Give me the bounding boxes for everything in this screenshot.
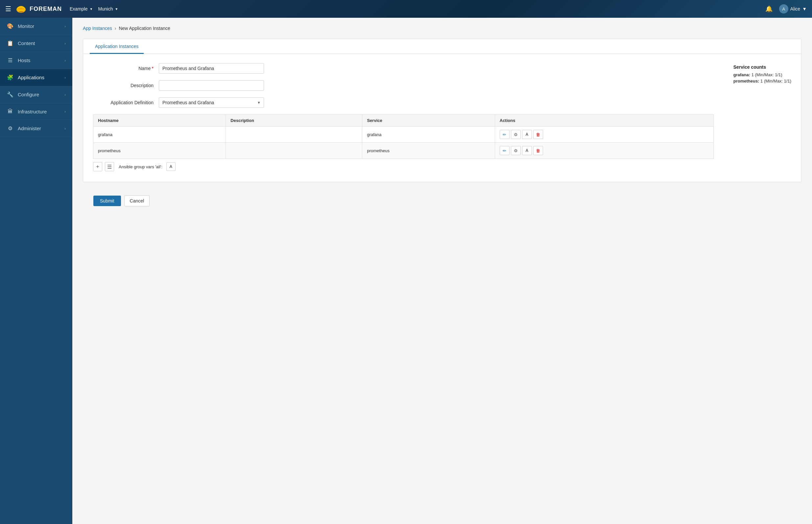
administer-icon: ⚙	[6, 125, 14, 131]
breadcrumb: App Instances › New Application Instance	[83, 26, 801, 31]
col-actions: Actions	[495, 115, 713, 127]
app-title: FOREMAN	[30, 5, 62, 13]
ansible-prometheus-button[interactable]: A	[522, 146, 532, 155]
administer-chevron-icon: ›	[64, 127, 66, 131]
main-content: App Instances › New Application Instance…	[72, 18, 812, 524]
service-counts: Service counts grafana: 1 (Min/Max: 1/1)…	[733, 63, 791, 85]
location-chevron-icon: ▼	[115, 7, 118, 11]
notifications-bell-icon[interactable]: 🔔	[765, 5, 773, 13]
name-required: *	[152, 66, 153, 71]
top-navigation: ☰ FOREMAN Example ▼ Munich ▼ 🔔 A Alice ▼	[0, 0, 812, 18]
row-hostname-prometheus: prometheus	[93, 143, 226, 159]
logo-icon	[15, 3, 27, 15]
description-label: Description	[93, 83, 159, 88]
row-hostname-grafana: grafana	[93, 127, 226, 143]
description-row: Description	[93, 80, 714, 91]
user-menu[interactable]: A Alice ▼	[779, 4, 807, 14]
main-layout: 🎨 Monitor › 📋 Content › ☰ Hosts › 🧩 Appl…	[0, 18, 812, 524]
sidebar-item-configure[interactable]: 🔧 Configure ›	[0, 86, 72, 103]
name-input[interactable]	[159, 63, 264, 73]
add-row-button[interactable]: +	[93, 162, 102, 171]
sidebar-item-applications[interactable]: 🧩 Applications ›	[0, 69, 72, 86]
org-name: Example	[70, 6, 87, 12]
ansible-group-vars-a-button[interactable]: A	[166, 162, 176, 171]
user-chevron-icon: ▼	[802, 6, 807, 12]
avatar: A	[779, 4, 788, 14]
edit-grafana-button[interactable]: ✏	[500, 130, 510, 139]
sidebar-item-label: Content	[18, 40, 64, 46]
form-body: Name* Description	[83, 54, 801, 182]
ansible-grafana-button[interactable]: A	[522, 130, 532, 139]
col-description: Description	[226, 115, 362, 127]
user-name: Alice	[790, 6, 800, 12]
description-label-text: Description	[131, 83, 153, 88]
table-container: Hostname Description Service Actions gra…	[93, 114, 714, 173]
app-definition-select-wrap: Prometheus and Grafana ▼	[159, 97, 264, 108]
col-service: Service	[362, 115, 495, 127]
org-selector[interactable]: Example ▼	[70, 6, 93, 12]
monitor-chevron-icon: ›	[64, 24, 66, 28]
name-label-text: Name	[138, 66, 151, 71]
description-input[interactable]	[159, 80, 264, 91]
location-name: Munich	[98, 6, 113, 12]
sidebar-item-hosts[interactable]: ☰ Hosts ›	[0, 52, 72, 69]
svg-rect-2	[19, 11, 23, 13]
row-description-grafana	[226, 127, 362, 143]
breadcrumb-separator: ›	[115, 26, 116, 31]
settings-prometheus-button[interactable]: ⚙	[511, 146, 521, 155]
hosts-icon: ☰	[6, 57, 14, 63]
grafana-count: 1 (Min/Max: 1/1)	[751, 72, 782, 77]
sidebar-item-monitor[interactable]: 🎨 Monitor ›	[0, 18, 72, 35]
ansible-group-vars-label: Ansible group vars 'all':	[119, 164, 162, 169]
applications-chevron-icon: ›	[64, 76, 66, 80]
service-counts-title: Service counts	[733, 64, 791, 70]
location-selector[interactable]: Munich ▼	[98, 6, 118, 12]
tab-application-instances[interactable]: Application Instances	[90, 39, 144, 54]
sidebar-item-label: Applications	[18, 75, 64, 80]
form-left: Name* Description	[93, 63, 714, 173]
row-description-prometheus	[226, 143, 362, 159]
breadcrumb-current: New Application Instance	[119, 26, 170, 31]
instances-table: Hostname Description Service Actions gra…	[93, 114, 714, 159]
main-card: Application Instances Name*	[83, 39, 801, 182]
breadcrumb-link[interactable]: App Instances	[83, 26, 112, 31]
configure-chevron-icon: ›	[64, 93, 66, 97]
table-actions-row: + ☰ Ansible group vars 'all': A	[93, 159, 714, 173]
content-icon: 📋	[6, 40, 14, 46]
sidebar-item-content[interactable]: 📋 Content ›	[0, 35, 72, 52]
sidebar-item-administer[interactable]: ⚙ Administer ›	[0, 120, 72, 137]
action-btn-group: ✏ ⚙ A 🗑	[500, 146, 709, 155]
applications-icon: 🧩	[6, 74, 14, 81]
content-chevron-icon: ›	[64, 42, 66, 45]
action-btn-group: ✏ ⚙ A 🗑	[500, 130, 709, 139]
app-definition-select[interactable]: Prometheus and Grafana	[159, 97, 264, 108]
service-count-grafana: grafana: 1 (Min/Max: 1/1)	[733, 72, 791, 77]
org-chevron-icon: ▼	[89, 7, 93, 11]
col-hostname: Hostname	[93, 115, 226, 127]
hosts-chevron-icon: ›	[64, 59, 66, 63]
delete-prometheus-button[interactable]: 🗑	[533, 146, 543, 155]
bottom-toolbar: Submit Cancel	[83, 190, 801, 212]
row-actions-prometheus: ✏ ⚙ A 🗑	[495, 143, 713, 159]
table-header: Hostname Description Service Actions	[93, 115, 714, 127]
sidebar-item-infrastructure[interactable]: 🏛 Infrastructure ›	[0, 103, 72, 120]
row-service-prometheus: prometheus	[362, 143, 495, 159]
list-button[interactable]: ☰	[105, 162, 114, 171]
cancel-button[interactable]: Cancel	[124, 195, 150, 207]
monitor-icon: 🎨	[6, 23, 14, 29]
infrastructure-icon: 🏛	[6, 109, 14, 114]
infrastructure-chevron-icon: ›	[64, 110, 66, 113]
submit-button[interactable]: Submit	[93, 196, 121, 206]
delete-grafana-button[interactable]: 🗑	[533, 130, 543, 139]
settings-grafana-button[interactable]: ⚙	[511, 130, 521, 139]
table-row: grafana grafana ✏ ⚙ A	[93, 127, 714, 143]
prometheus-count: 1 (Min/Max: 1/1)	[760, 79, 791, 83]
sidebar: 🎨 Monitor › 📋 Content › ☰ Hosts › 🧩 Appl…	[0, 18, 72, 524]
edit-prometheus-button[interactable]: ✏	[500, 146, 510, 155]
tabs-bar: Application Instances	[83, 39, 801, 54]
sidebar-item-label: Infrastructure	[18, 109, 64, 114]
table-row: prometheus prometheus ✏ ⚙ A	[93, 143, 714, 159]
configure-icon: 🔧	[6, 92, 14, 98]
hamburger-menu-icon[interactable]: ☰	[5, 5, 11, 13]
name-row: Name*	[93, 63, 714, 73]
